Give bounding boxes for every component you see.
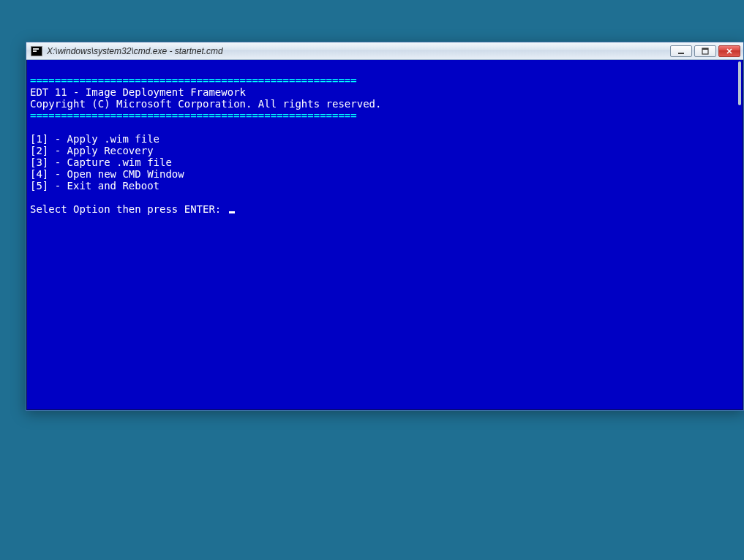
menu-option: [3] - Capture .wim file [30, 156, 172, 168]
copyright-line: Copyright (C) Microsoft Corporation. All… [30, 98, 381, 110]
cmd-window: X:\windows\system32\cmd.exe - startnet.c… [26, 42, 744, 411]
maximize-icon [702, 48, 709, 55]
prompt-text: Select Option then press ENTER: [30, 203, 228, 215]
menu-option: [4] - Open new CMD Window [30, 168, 184, 180]
close-icon [726, 48, 733, 55]
console-output[interactable]: ========================================… [27, 60, 743, 409]
minimize-icon [677, 48, 685, 55]
titlebar[interactable]: X:\windows\system32\cmd.exe - startnet.c… [26, 42, 743, 60]
cmd-icon [31, 46, 42, 56]
minimize-button[interactable] [670, 45, 692, 57]
close-button[interactable] [718, 45, 740, 57]
separator-line: ========================================… [30, 75, 357, 86]
menu-option: [2] - Apply Recovery [30, 145, 154, 156]
scrollbar-thumb[interactable] [738, 61, 741, 105]
window-controls [670, 45, 740, 57]
menu-option: [1] - Apply .wim file [30, 133, 159, 145]
text-cursor [229, 211, 235, 213]
product-line: EDT 11 - Image Deployment Framework [30, 86, 246, 98]
menu-option: [5] - Exit and Reboot [30, 180, 159, 192]
separator-line: ========================================… [30, 110, 357, 121]
maximize-button[interactable] [694, 45, 716, 57]
svg-rect-2 [702, 48, 708, 50]
window-title: X:\windows\system32\cmd.exe - startnet.c… [47, 46, 670, 56]
svg-rect-0 [678, 53, 684, 54]
client-area-wrap: ========================================… [26, 60, 743, 410]
